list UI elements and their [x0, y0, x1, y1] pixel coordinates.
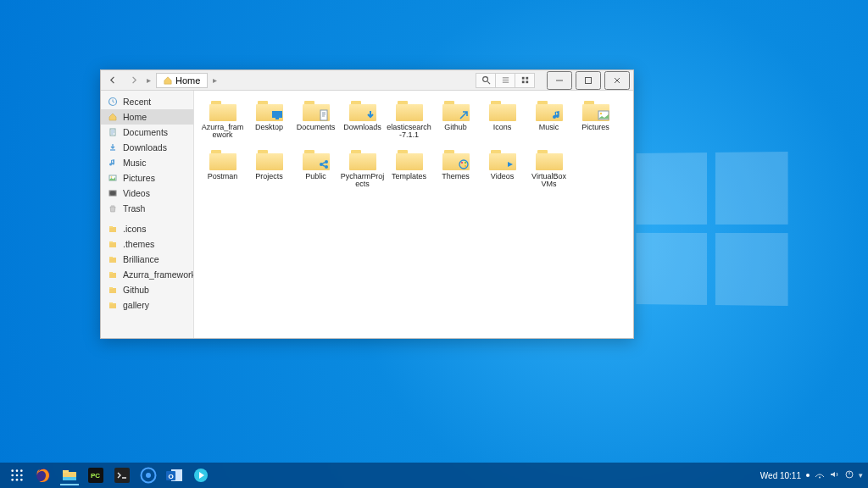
sidebar-item-trash[interactable]: Trash [101, 201, 193, 216]
folder-item[interactable]: VirtualBox VMs [526, 148, 572, 189]
svg-rect-16 [111, 206, 114, 207]
folder-label: Public [305, 173, 326, 180]
folder-icon [536, 148, 563, 170]
nav-forward-button[interactable] [125, 73, 142, 88]
clock-icon [108, 97, 118, 107]
svg-point-48 [16, 479, 19, 481]
taskbar-files-icon[interactable] [58, 464, 81, 486]
folder-item[interactable]: Music [526, 99, 572, 140]
svg-point-13 [110, 195, 111, 196]
view-list-button[interactable] [495, 73, 515, 88]
svg-point-47 [11, 479, 14, 481]
taskbar-pycharm-icon[interactable]: PC [84, 464, 108, 486]
breadcrumb-label: Home [175, 75, 200, 86]
folder-item[interactable]: Github [432, 99, 479, 140]
folder-label: Azurra_framework [200, 124, 246, 140]
titlebar: ▸ Home ▸ [101, 70, 633, 91]
sidebar-item-downloads[interactable]: Downloads [101, 140, 193, 155]
sidebar-item-label: Downloads [123, 142, 167, 152]
window-close-button[interactable] [604, 71, 630, 90]
folder-icon [303, 148, 330, 170]
window-minimize-button[interactable] [547, 71, 572, 90]
folder-item[interactable]: Themes [432, 148, 479, 189]
folder-item[interactable]: Videos [479, 148, 526, 189]
sidebar-bookmark[interactable]: Brilliance [101, 252, 193, 267]
svg-rect-31 [320, 110, 327, 120]
svg-point-43 [20, 469, 23, 472]
sidebar-item-documents[interactable]: Documents [101, 125, 193, 140]
music-icon [108, 158, 118, 168]
folder-label: Icons [493, 124, 512, 131]
folder-item[interactable]: Desktop [246, 99, 292, 140]
video-icon [108, 188, 118, 198]
sidebar-item-recent[interactable]: Recent [101, 94, 193, 109]
folder-item[interactable]: Pictures [572, 99, 619, 140]
folder-item[interactable]: Public [292, 148, 339, 189]
folder-icon [536, 99, 563, 121]
link-overlay-icon [458, 109, 470, 121]
sidebar-bookmark[interactable]: Azurra_framework [101, 267, 193, 282]
picture-icon [108, 173, 118, 183]
sidebar-item-label: Music [123, 158, 146, 168]
folder-item[interactable]: Postman [199, 148, 246, 189]
sidebar-item-home[interactable]: Home [101, 109, 193, 125]
svg-point-14 [115, 191, 116, 192]
svg-point-38 [461, 162, 463, 164]
toolbar-right [476, 73, 535, 88]
folder-label: Projects [255, 173, 283, 180]
window-maximize-button[interactable] [576, 71, 601, 90]
svg-rect-53 [63, 477, 76, 480]
view-grid-button[interactable] [515, 73, 535, 88]
folder-item[interactable]: Documents [292, 99, 339, 140]
taskbar-terminal-icon[interactable] [110, 464, 134, 486]
taskbar: PC O Wed 10:11 ▾ [0, 463, 868, 488]
tray-power-icon[interactable] [845, 470, 854, 480]
svg-rect-20 [109, 241, 113, 243]
svg-point-49 [20, 479, 23, 481]
svg-rect-28 [109, 302, 113, 304]
sidebar-bookmark[interactable]: Github [101, 282, 193, 297]
sidebar-item-label: Github [123, 285, 149, 295]
folder-icon [108, 269, 118, 280]
trash-icon [108, 203, 118, 214]
tray-clock[interactable]: Wed 10:11 [760, 471, 801, 480]
tray-chevron-icon[interactable]: ▾ [859, 471, 863, 480]
folder-item[interactable]: Icons [479, 99, 526, 140]
sidebar-item-label: Documents [123, 127, 168, 137]
sidebar-bookmark[interactable]: gallery [101, 297, 193, 313]
sidebar-item-pictures[interactable]: Pictures [101, 170, 193, 186]
folder-item[interactable]: Templates [386, 148, 432, 189]
content-area[interactable]: Azurra_frameworkDesktopDocumentsDownload… [194, 91, 633, 338]
taskbar-chromium-icon[interactable] [136, 464, 160, 486]
svg-point-40 [465, 165, 466, 167]
doc-icon [108, 127, 118, 137]
sidebar-bookmark[interactable]: .icons [101, 221, 193, 236]
taskbar-media-icon[interactable] [189, 464, 213, 486]
taskbar-outlook-icon[interactable]: O [163, 464, 186, 486]
folder-item[interactable]: Projects [246, 148, 292, 189]
nav-back-button[interactable] [104, 73, 121, 88]
folder-icon [108, 224, 118, 234]
tray-volume-icon[interactable] [830, 470, 840, 480]
folder-item[interactable]: PycharmProjects [339, 148, 386, 189]
folder-icon [108, 285, 118, 295]
folder-item[interactable]: Downloads [339, 99, 386, 140]
tray-indicator-icon[interactable] [806, 474, 810, 477]
tray-network-icon[interactable] [815, 470, 825, 480]
sidebar-item-music[interactable]: Music [101, 155, 193, 170]
svg-rect-2 [526, 77, 528, 80]
sidebar-item-videos[interactable]: Videos [101, 186, 193, 201]
search-button[interactable] [476, 73, 496, 88]
folder-label: Documents [297, 124, 336, 131]
theme-overlay-icon [458, 158, 470, 170]
taskbar-apps-button[interactable] [5, 464, 29, 486]
taskbar-firefox-icon[interactable] [31, 464, 55, 486]
folder-item[interactable]: elasticsearch-7.1.1 [386, 99, 432, 140]
sidebar-bookmark[interactable]: .themes [101, 236, 193, 252]
folder-item[interactable]: Azurra_framework [199, 99, 246, 140]
folder-icon [108, 300, 118, 310]
svg-point-63 [819, 477, 821, 479]
file-manager-window: ▸ Home ▸ Rece [100, 69, 634, 339]
breadcrumb-home[interactable]: Home [156, 73, 208, 88]
home-icon [108, 112, 118, 122]
